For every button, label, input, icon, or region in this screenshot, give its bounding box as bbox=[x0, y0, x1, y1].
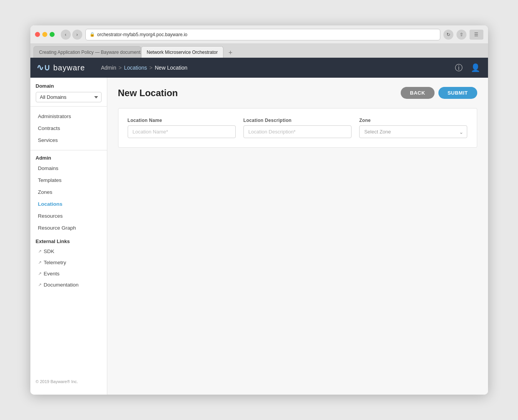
app-body: Domain All Domains Administrators Contra… bbox=[30, 78, 488, 395]
breadcrumb-current: New Location bbox=[155, 65, 188, 71]
header-actions: BACK SUBMIT bbox=[401, 87, 477, 99]
sidebar-item-administrators-label: Administrators bbox=[38, 113, 71, 119]
zone-label: Zone bbox=[359, 118, 467, 123]
app-container: ∿∪ bayware Admin > Locations > New Locat… bbox=[30, 58, 488, 395]
info-button[interactable]: ⓘ bbox=[453, 62, 465, 74]
sidebar-item-resource-graph[interactable]: Resource Graph bbox=[30, 222, 107, 234]
brand-logo: ∿∪ bayware bbox=[37, 63, 98, 73]
location-desc-group: Location Description bbox=[243, 118, 351, 138]
minimize-button[interactable] bbox=[42, 32, 47, 37]
external-link-icon-events: ↗ bbox=[38, 271, 42, 276]
domain-select[interactable]: All Domains bbox=[36, 92, 102, 102]
sidebar-item-templates[interactable]: Templates bbox=[30, 174, 107, 186]
sidebar-item-domains-label: Domains bbox=[38, 165, 58, 171]
external-link-icon-sdk: ↗ bbox=[38, 249, 42, 254]
form-row: Location Name Location Description Zone bbox=[128, 118, 468, 138]
sidebar-item-documentation-label: Documentation bbox=[44, 282, 79, 288]
breadcrumb-sep1: > bbox=[118, 65, 122, 71]
share-button[interactable]: ⇧ bbox=[456, 30, 466, 40]
sidebar-item-services-label: Services bbox=[38, 137, 58, 143]
browser-tabs: Creating Application Policy — Bayware do… bbox=[30, 44, 488, 58]
sidebar-item-locations[interactable]: Locations bbox=[30, 198, 107, 210]
new-tab-button[interactable]: + bbox=[225, 48, 236, 58]
browser-titlebar: ‹ › 🔒 orchestrator-myfab5.myorg4.poc.bay… bbox=[30, 25, 488, 44]
location-desc-input[interactable] bbox=[243, 125, 351, 138]
submit-button[interactable]: SUBMIT bbox=[438, 87, 477, 99]
sidebar-section-admin: Admin Domains Templates Zones Locations … bbox=[30, 150, 107, 234]
domain-label: Domain bbox=[36, 83, 102, 89]
sidebar-item-documentation[interactable]: ↗ Documentation bbox=[30, 279, 107, 290]
location-name-group: Location Name bbox=[128, 118, 236, 138]
sidebar-item-sdk-label: SDK bbox=[44, 248, 55, 254]
page-title: New Location bbox=[118, 88, 178, 98]
sidebar-item-administrators[interactable]: Administrators bbox=[30, 110, 107, 122]
new-location-form: Location Name Location Description Zone bbox=[118, 108, 477, 148]
sidebar-toggle-button[interactable]: ☰ bbox=[470, 30, 483, 40]
sidebar-item-contracts-label: Contracts bbox=[38, 125, 60, 131]
sidebar-item-resources-label: Resources bbox=[38, 213, 63, 219]
zone-group: Zone Select Zone ⌄ bbox=[359, 118, 467, 138]
sidebar-item-services[interactable]: Services bbox=[30, 134, 107, 146]
tab-documentation[interactable]: Creating Application Policy — Bayware do… bbox=[33, 46, 141, 58]
url-text: orchestrator-myfab5.myorg4.poc.bayware.i… bbox=[97, 32, 188, 37]
traffic-lights bbox=[35, 32, 55, 37]
back-nav-button[interactable]: ‹ bbox=[61, 30, 71, 40]
top-nav: ∿∪ bayware Admin > Locations > New Locat… bbox=[30, 58, 488, 78]
sidebar-item-locations-label: Locations bbox=[38, 201, 63, 207]
sidebar-item-telemetry-label: Telemetry bbox=[44, 260, 67, 265]
sidebar-item-domains[interactable]: Domains bbox=[30, 162, 107, 174]
sidebar-section-accounts: Administrators Contracts Services bbox=[30, 107, 107, 150]
sidebar-footer: © 2019 Bayware® Inc. bbox=[30, 375, 107, 388]
sidebar-section-external: External Links ↗ SDK ↗ Telemetry ↗ Event… bbox=[30, 234, 107, 290]
refresh-button[interactable]: ↻ bbox=[443, 30, 453, 40]
logo-icon: ∿∪ bbox=[37, 63, 50, 73]
main-content: New Location BACK SUBMIT Location Name L… bbox=[107, 78, 488, 395]
sidebar-item-events[interactable]: ↗ Events bbox=[30, 268, 107, 279]
close-button[interactable] bbox=[35, 32, 40, 37]
page-header: New Location BACK SUBMIT bbox=[118, 87, 477, 99]
domain-section: Domain All Domains bbox=[30, 78, 107, 107]
user-menu-button[interactable]: 👤 bbox=[470, 62, 482, 74]
sidebar-item-contracts[interactable]: Contracts bbox=[30, 122, 107, 134]
location-desc-label: Location Description bbox=[243, 118, 351, 123]
sidebar-item-resources[interactable]: Resources bbox=[30, 210, 107, 222]
tab-orchestrator[interactable]: Network Microservice Orchestrator bbox=[141, 46, 224, 58]
browser-window: ‹ › 🔒 orchestrator-myfab5.myorg4.poc.bay… bbox=[30, 25, 488, 395]
external-link-icon-telemetry: ↗ bbox=[38, 260, 42, 265]
sidebar-item-zones[interactable]: Zones bbox=[30, 186, 107, 198]
external-section-header: External Links bbox=[30, 234, 107, 246]
breadcrumb-sep2: > bbox=[149, 65, 152, 71]
maximize-button[interactable] bbox=[50, 32, 55, 37]
sidebar-item-resource-graph-label: Resource Graph bbox=[38, 225, 76, 231]
location-name-label: Location Name bbox=[128, 118, 236, 123]
sidebar-item-telemetry[interactable]: ↗ Telemetry bbox=[30, 257, 107, 268]
breadcrumb-locations-link[interactable]: Locations bbox=[124, 65, 147, 71]
sidebar-item-zones-label: Zones bbox=[38, 189, 53, 195]
sidebar-item-events-label: Events bbox=[44, 271, 60, 277]
zone-select[interactable]: Select Zone bbox=[359, 125, 467, 138]
address-bar[interactable]: 🔒 orchestrator-myfab5.myorg4.poc.bayware… bbox=[85, 29, 440, 40]
location-name-input[interactable] bbox=[128, 125, 236, 138]
nav-icons: ⓘ 👤 bbox=[453, 62, 482, 74]
back-button[interactable]: BACK bbox=[401, 87, 435, 99]
breadcrumb-admin: Admin bbox=[101, 65, 117, 71]
breadcrumb: Admin > Locations > New Location bbox=[101, 65, 453, 71]
forward-nav-button[interactable]: › bbox=[72, 30, 82, 40]
external-link-icon-documentation: ↗ bbox=[38, 282, 42, 287]
zone-select-wrapper: Select Zone ⌄ bbox=[359, 125, 467, 138]
brand-name: bayware bbox=[53, 63, 85, 72]
sidebar: Domain All Domains Administrators Contra… bbox=[30, 78, 107, 395]
admin-section-header: Admin bbox=[30, 150, 107, 162]
lock-icon: 🔒 bbox=[90, 32, 95, 37]
sidebar-item-sdk[interactable]: ↗ SDK bbox=[30, 246, 107, 257]
sidebar-item-templates-label: Templates bbox=[38, 177, 62, 183]
